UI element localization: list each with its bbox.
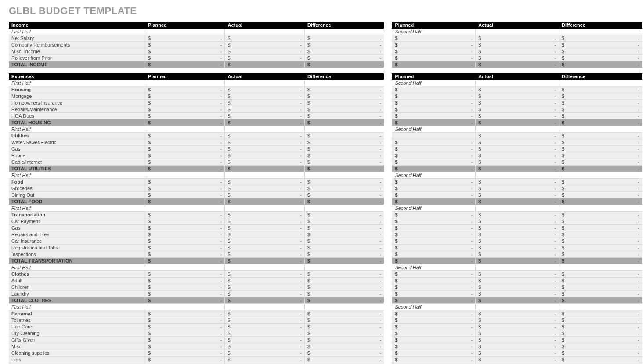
money-cell[interactable]: $- [475, 113, 559, 119]
money-cell[interactable]: $- [475, 284, 559, 291]
money-cell[interactable]: $- [304, 192, 384, 198]
money-cell[interactable]: $- [304, 93, 384, 100]
money-cell[interactable]: $- [224, 139, 304, 146]
money-cell[interactable]: $- [304, 100, 384, 106]
money-cell[interactable]: $- [304, 61, 384, 68]
money-cell[interactable]: $- [475, 35, 559, 42]
money-cell[interactable]: $- [224, 258, 304, 264]
money-cell[interactable]: $- [145, 245, 224, 251]
money-cell[interactable]: $- [145, 225, 224, 231]
money-cell[interactable]: $- [304, 264, 384, 271]
money-cell[interactable]: $- [475, 93, 559, 100]
money-cell[interactable]: $- [304, 218, 384, 225]
money-cell[interactable]: $- [145, 61, 224, 68]
money-cell[interactable]: $- [224, 278, 304, 284]
money-cell[interactable]: $- [392, 152, 475, 159]
money-cell[interactable]: $- [304, 86, 384, 93]
money-cell[interactable]: $- [304, 198, 384, 205]
money-cell[interactable]: $- [145, 218, 224, 225]
money-cell[interactable]: $- [559, 93, 642, 100]
money-cell[interactable]: $- [392, 343, 475, 350]
money-cell[interactable]: $- [224, 42, 304, 48]
money-cell[interactable]: $- [559, 317, 642, 324]
money-cell[interactable]: $- [304, 245, 384, 251]
money-cell[interactable]: $- [145, 205, 224, 212]
money-cell[interactable]: $- [392, 284, 475, 291]
money-cell[interactable]: $- [475, 205, 559, 212]
money-cell[interactable]: $- [145, 80, 224, 86]
money-cell[interactable]: $- [392, 139, 475, 146]
money-cell[interactable]: $- [559, 152, 642, 159]
money-cell[interactable]: $- [475, 166, 559, 172]
money-cell[interactable]: $- [145, 304, 224, 310]
money-cell[interactable]: $- [224, 106, 304, 113]
money-cell[interactable]: $- [145, 271, 224, 278]
money-cell[interactable]: $- [224, 271, 304, 278]
money-cell[interactable]: $- [145, 185, 224, 192]
money-cell[interactable]: $- [145, 179, 224, 185]
money-cell[interactable]: $- [475, 225, 559, 231]
money-cell[interactable]: $- [224, 310, 304, 317]
money-cell[interactable]: $- [304, 42, 384, 48]
money-cell[interactable]: $- [224, 152, 304, 159]
money-cell[interactable]: $- [304, 330, 384, 337]
money-cell[interactable]: $- [224, 159, 304, 166]
money-cell[interactable]: $- [475, 146, 559, 152]
money-cell[interactable]: $- [224, 100, 304, 106]
money-cell[interactable]: $- [224, 231, 304, 238]
money-cell[interactable]: $- [145, 93, 224, 100]
money-cell[interactable]: $- [559, 113, 642, 119]
money-cell[interactable]: $- [392, 337, 475, 343]
money-cell[interactable]: $- [145, 172, 224, 179]
money-cell[interactable]: $- [559, 264, 642, 271]
money-cell[interactable]: $- [304, 55, 384, 61]
money-cell[interactable]: $- [559, 297, 642, 304]
money-cell[interactable]: $- [392, 86, 475, 93]
money-cell[interactable]: $- [224, 297, 304, 304]
money-cell[interactable]: $- [224, 61, 304, 68]
money-cell-empty[interactable] [392, 133, 475, 139]
money-cell[interactable]: $- [559, 80, 642, 86]
money-cell[interactable]: $- [559, 291, 642, 297]
money-cell[interactable]: $- [559, 100, 642, 106]
money-cell[interactable]: $- [559, 225, 642, 231]
money-cell[interactable]: $- [224, 330, 304, 337]
money-cell[interactable]: $- [145, 278, 224, 284]
money-cell[interactable]: $- [392, 61, 475, 68]
money-cell[interactable]: $- [224, 337, 304, 343]
money-cell[interactable]: $- [559, 159, 642, 166]
money-cell[interactable]: $- [559, 324, 642, 330]
money-cell[interactable]: $- [392, 212, 475, 218]
money-cell[interactable]: $- [145, 42, 224, 48]
money-cell[interactable]: $- [392, 119, 475, 126]
money-cell[interactable]: $- [392, 159, 475, 166]
money-cell[interactable]: $- [145, 238, 224, 245]
money-cell[interactable]: $- [224, 343, 304, 350]
money-cell[interactable]: $- [304, 324, 384, 330]
money-cell[interactable]: $- [392, 324, 475, 330]
money-cell[interactable]: $- [145, 350, 224, 357]
money-cell[interactable]: $- [304, 146, 384, 152]
money-cell[interactable]: $- [304, 179, 384, 185]
money-cell[interactable]: $- [475, 179, 559, 185]
money-cell[interactable]: $- [145, 231, 224, 238]
money-cell[interactable]: $- [224, 238, 304, 245]
money-cell[interactable]: $- [475, 238, 559, 245]
money-cell[interactable]: $- [559, 212, 642, 218]
money-cell[interactable]: $- [304, 48, 384, 55]
money-cell[interactable]: $- [392, 93, 475, 100]
money-cell[interactable]: $- [392, 42, 475, 48]
money-cell[interactable]: $- [392, 245, 475, 251]
money-cell[interactable]: $- [559, 304, 642, 310]
money-cell[interactable]: $- [304, 357, 384, 363]
money-cell[interactable]: $- [392, 192, 475, 198]
money-cell[interactable]: $- [475, 55, 559, 61]
money-cell[interactable]: $- [224, 93, 304, 100]
money-cell[interactable]: $- [475, 126, 559, 133]
money-cell[interactable]: $- [475, 297, 559, 304]
money-cell[interactable]: $- [224, 192, 304, 198]
money-cell[interactable]: $- [145, 317, 224, 324]
money-cell[interactable]: $- [304, 35, 384, 42]
money-cell[interactable]: $- [392, 330, 475, 337]
money-cell[interactable]: $- [392, 48, 475, 55]
